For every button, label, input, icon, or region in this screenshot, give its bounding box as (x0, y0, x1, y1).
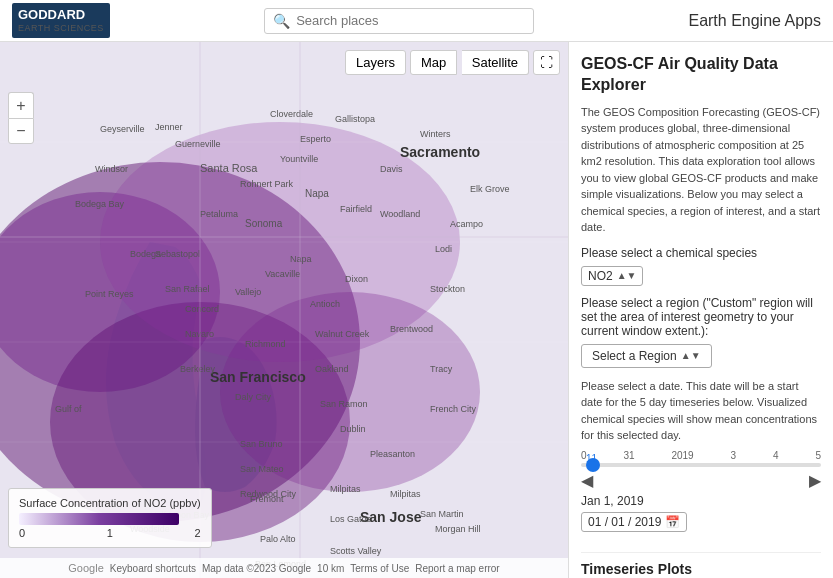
svg-text:San Rafael: San Rafael (165, 284, 210, 294)
svg-text:Bodega: Bodega (130, 249, 161, 259)
zoom-out-button[interactable]: − (8, 118, 34, 144)
app-title: Earth Engine Apps (688, 12, 821, 30)
slider-label-4: 4 (773, 450, 779, 461)
slider-labels: 0 31 2019 3 4 5 (581, 450, 821, 461)
svg-text:Vacaville: Vacaville (265, 269, 300, 279)
svg-text:Point Reyes: Point Reyes (85, 289, 134, 299)
slider-next-button[interactable]: ▶ (809, 471, 821, 490)
species-arrow-icon: ▲▼ (617, 270, 637, 281)
slider-current-value: 11 (586, 453, 597, 464)
logo-area: GODDARD EARTH SCIENCES (12, 3, 110, 37)
svg-text:Milpitas: Milpitas (330, 484, 361, 494)
region-label: Please select a region ("Custom" region … (581, 296, 821, 338)
slider-label-3: 3 (731, 450, 737, 461)
search-input[interactable] (296, 13, 525, 28)
logo: GODDARD EARTH SCIENCES (12, 3, 110, 37)
svg-text:Richmond: Richmond (245, 339, 286, 349)
report-link[interactable]: Report a map error (415, 563, 499, 574)
svg-text:Napa: Napa (290, 254, 312, 264)
panel-title: GEOS-CF Air Quality Data Explorer (581, 54, 821, 96)
svg-text:Brentwood: Brentwood (390, 324, 433, 334)
svg-text:Esperto: Esperto (300, 134, 331, 144)
svg-text:Napa: Napa (305, 188, 329, 199)
logo-line1: GODDARD (18, 7, 104, 23)
scale-label: 10 km (317, 563, 344, 574)
main-content: Sacramento San Francisco San Jose Santa … (0, 42, 833, 578)
zoom-controls: + − (8, 92, 34, 144)
svg-text:Sonoma: Sonoma (245, 218, 283, 229)
svg-text:Dublin: Dublin (340, 424, 366, 434)
svg-text:Antioch: Antioch (310, 299, 340, 309)
map-area[interactable]: Sacramento San Francisco San Jose Santa … (0, 42, 568, 578)
date-display: Jan 1, 2019 (581, 494, 821, 508)
date-label: Please select a date. This date will be … (581, 378, 821, 444)
svg-text:San Francisco: San Francisco (210, 369, 306, 385)
region-arrow-icon: ▲▼ (681, 350, 701, 361)
svg-text:San Martin: San Martin (420, 509, 464, 519)
map-type-toggle: Map Satellite (410, 50, 529, 75)
svg-text:Walnut Creek: Walnut Creek (315, 329, 370, 339)
fullscreen-button[interactable]: ⛶ (533, 50, 560, 75)
slider-label-2019: 2019 (671, 450, 693, 461)
calendar-icon: 📅 (665, 515, 680, 529)
region-select-button[interactable]: Select a Region ▲▼ (581, 344, 712, 368)
date-input[interactable]: 01 / 01 / 2019 📅 (581, 512, 687, 532)
legend-gradient (19, 513, 179, 525)
svg-text:Berkeley: Berkeley (180, 364, 216, 374)
svg-text:Morgan Hill: Morgan Hill (435, 524, 481, 534)
legend-max: 2 (194, 527, 200, 539)
svg-text:Windsor: Windsor (95, 164, 128, 174)
date-slider-area: 0 31 2019 3 4 5 11 (581, 450, 821, 467)
svg-text:Redwood City: Redwood City (240, 489, 297, 499)
panel-description: The GEOS Composition Forecasting (GEOS-C… (581, 104, 821, 236)
search-bar[interactable]: 🔍 (264, 8, 534, 34)
svg-text:Acampo: Acampo (450, 219, 483, 229)
svg-text:Vallejo: Vallejo (235, 287, 261, 297)
slider-label-31: 31 (623, 450, 634, 461)
right-panel: GEOS-CF Air Quality Data Explorer The GE… (568, 42, 833, 578)
svg-text:Gallistopa: Gallistopa (335, 114, 375, 124)
map-legend: Surface Concentration of NO2 (ppbv) 0 1 … (8, 488, 212, 548)
svg-text:Jenner: Jenner (155, 122, 183, 132)
svg-text:Bodega Bay: Bodega Bay (75, 199, 125, 209)
map-type-satellite-button[interactable]: Satellite (462, 50, 529, 75)
svg-text:Palo Alto: Palo Alto (260, 534, 296, 544)
date-input-value: 01 / 01 / 2019 (588, 515, 661, 529)
svg-text:Sacramento: Sacramento (400, 144, 480, 160)
svg-text:Oakland: Oakland (315, 364, 349, 374)
svg-text:Petaluma: Petaluma (200, 209, 238, 219)
svg-text:Daly City: Daly City (235, 392, 272, 402)
keyboard-shortcuts-link[interactable]: Keyboard shortcuts (110, 563, 196, 574)
map-footer: Google Keyboard shortcuts Map data ©2023… (0, 558, 568, 578)
divider-1 (581, 552, 821, 553)
logo-line2: EARTH SCIENCES (18, 23, 104, 34)
legend-title: Surface Concentration of NO2 (ppbv) (19, 497, 201, 509)
timeseries-title: Timeseries Plots (581, 561, 821, 577)
layers-button[interactable]: Layers (345, 50, 406, 75)
svg-text:Stockton: Stockton (430, 284, 465, 294)
search-icon: 🔍 (273, 13, 290, 29)
species-label: Please select a chemical species (581, 246, 821, 260)
terms-link[interactable]: Terms of Use (350, 563, 409, 574)
map-type-map-button[interactable]: Map (410, 50, 457, 75)
svg-text:San Ramon: San Ramon (320, 399, 368, 409)
svg-text:Rohnert Park: Rohnert Park (240, 179, 294, 189)
svg-text:Davis: Davis (380, 164, 403, 174)
svg-text:Cloverdale: Cloverdale (270, 109, 313, 119)
google-logo: Google (68, 562, 103, 574)
svg-text:Pleasanton: Pleasanton (370, 449, 415, 459)
svg-text:French City: French City (430, 404, 477, 414)
slider-navigation: ◀ ▶ (581, 471, 821, 490)
svg-text:San Bruno: San Bruno (240, 439, 283, 449)
svg-text:Tracy: Tracy (430, 364, 453, 374)
svg-text:Winters: Winters (420, 129, 451, 139)
region-btn-label: Select a Region (592, 349, 677, 363)
slider-track[interactable]: 11 (581, 463, 821, 467)
zoom-in-button[interactable]: + (8, 92, 34, 118)
species-select[interactable]: NO2 ▲▼ (581, 266, 643, 286)
svg-text:Elk Grove: Elk Grove (470, 184, 510, 194)
svg-text:Dixon: Dixon (345, 274, 368, 284)
slider-prev-button[interactable]: ◀ (581, 471, 593, 490)
slider-label-5: 5 (815, 450, 821, 461)
svg-text:Scotts Valley: Scotts Valley (330, 546, 382, 556)
